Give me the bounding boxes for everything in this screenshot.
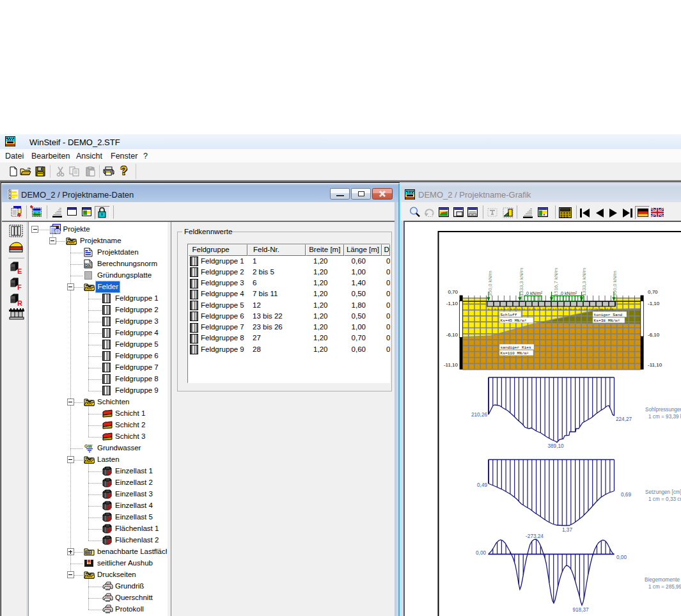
svg-text:Ks=38 MN/m²: Ks=38 MN/m²	[594, 319, 620, 323]
svg-text:210,26: 210,26	[471, 412, 487, 418]
svg-text:1 cm = 93,39 kN/m²: 1 cm = 93,39 kN/m²	[648, 414, 681, 420]
svg-text:224,27: 224,27	[616, 416, 632, 422]
svg-text:0,00: 0,00	[616, 555, 627, 560]
svg-text:1 2 3 4 5 6 7 8 9 10 11 12 13: 1 2 3 4 5 6 7 8 9 10 11 12 13 14 15 16 1…	[488, 308, 614, 311]
svg-text:1,37: 1,37	[562, 527, 572, 533]
svg-text:toniger Sand: toniger Sand	[594, 313, 623, 317]
svg-text:sandiger Kies: sandiger Kies	[501, 345, 532, 350]
svg-text:,0 kN/m²: ,0 kN/m²	[560, 290, 577, 296]
svg-text:GW: GW	[84, 444, 92, 448]
svg-text:0,49: 0,49	[477, 482, 487, 488]
svg-text:Biegemomente [kNm]: Biegemomente [kNm]	[645, 577, 681, 583]
svg-text:-6,10: -6,10	[446, 332, 458, 338]
svg-text:-11,10: -11,10	[648, 362, 662, 368]
svg-text:-1,10: -1,10	[648, 301, 660, 306]
svg-text:Ks=110 MN/m²: Ks=110 MN/m²	[501, 351, 529, 356]
svg-text:1333,3 kN/m: 1333,3 kN/m	[519, 268, 524, 296]
svg-text:0,00: 0,00	[476, 550, 486, 556]
svg-text:1333,3 kN/m: 1333,3 kN/m	[581, 268, 587, 296]
svg-text:F: F	[17, 283, 22, 290]
svg-text:0,69: 0,69	[621, 492, 631, 498]
svg-text:1 cm = 285,99 kNm: 1 cm = 285,99 kNm	[648, 584, 681, 590]
svg-text:Setzungen [cm]: Setzungen [cm]	[645, 489, 681, 495]
svg-text:Sohlpressungen: Sohlpressungen	[645, 407, 681, 413]
svg-text:350,0 kN/m: 350,0 kN/m	[487, 271, 493, 296]
svg-text:R: R	[17, 299, 22, 306]
svg-text:Ks=45 MN/m²: Ks=45 MN/m²	[501, 319, 527, 323]
svg-text:1516,7 kN/m: 1516,7 kN/m	[553, 268, 559, 296]
svg-text:DIN: DIN	[86, 264, 91, 267]
svg-text:350,0 kN/m: 350,0 kN/m	[612, 271, 618, 296]
svg-text:-273,24: -273,24	[526, 533, 544, 539]
svg-text:918,37: 918,37	[572, 607, 588, 613]
svg-text:0,70: 0,70	[648, 289, 658, 295]
svg-text:E: E	[17, 267, 22, 274]
svg-text:-6,10: -6,10	[648, 332, 660, 338]
svg-text:1 cm = 0,33 cm: 1 cm = 0,33 cm	[648, 496, 681, 502]
svg-text:,0 kN/m²: ,0 kN/m²	[525, 290, 543, 296]
svg-text:-1,10: -1,10	[446, 301, 458, 306]
svg-text:389,10: 389,10	[547, 443, 563, 449]
svg-text:0,70: 0,70	[448, 289, 458, 295]
svg-text:Schluff: Schluff	[501, 313, 517, 317]
svg-text:-11,10: -11,10	[444, 362, 458, 368]
